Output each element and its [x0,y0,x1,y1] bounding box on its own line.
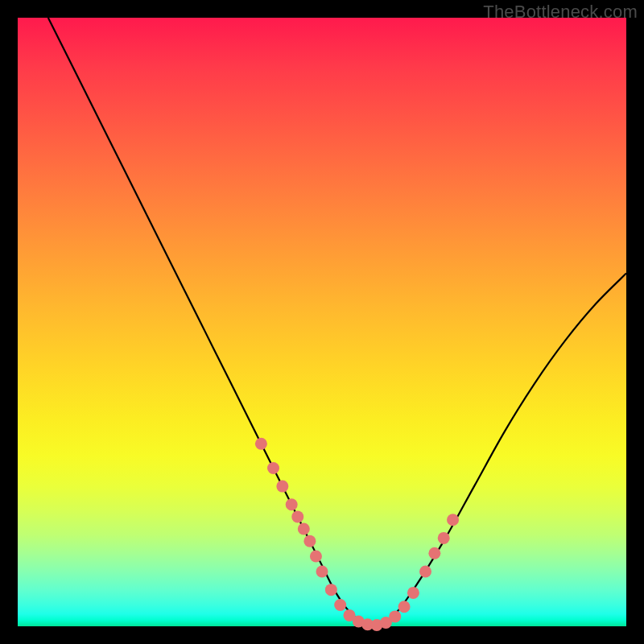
curve-marker [447,514,459,526]
curve-marker [428,547,440,559]
curve-marker [389,610,401,622]
curve-marker [407,587,419,599]
curve-marker [298,523,310,535]
curve-marker [438,532,450,544]
curve-marker [291,510,303,522]
curve-marker [310,551,322,563]
curve-marker [419,565,431,577]
curve-marker [276,481,288,493]
curve-marker [334,599,346,611]
chart-frame: TheBottleneck.com [0,0,644,644]
curve-marker [267,462,279,474]
curve-marker [303,535,316,547]
curve-layer [18,18,626,626]
curve-markers [255,438,459,631]
curve-marker [325,584,337,596]
watermark-text: TheBottleneck.com [483,2,638,23]
curve-marker [286,498,298,510]
curve-marker [255,438,267,450]
curve-marker [398,601,411,613]
bottleneck-curve [48,18,626,626]
curve-marker [316,565,328,577]
plot-area [18,18,626,626]
